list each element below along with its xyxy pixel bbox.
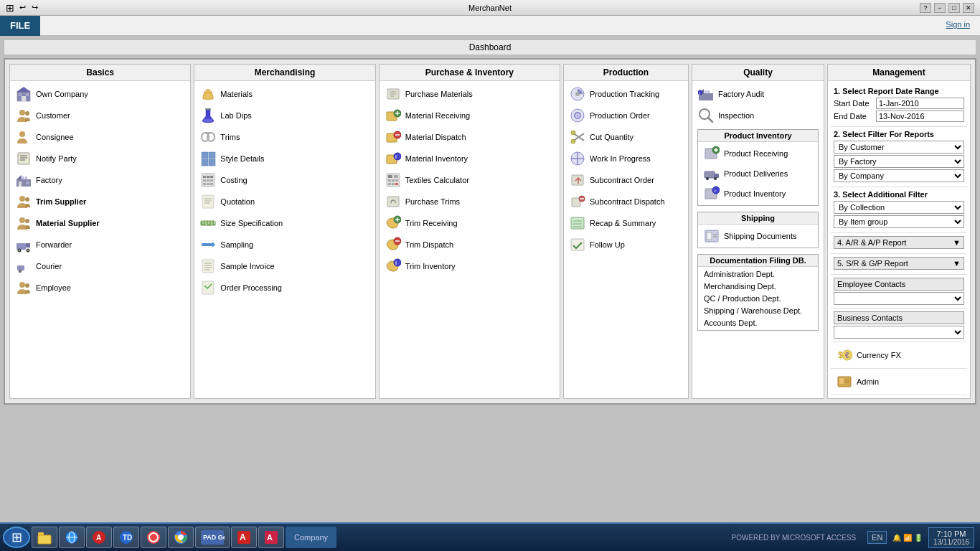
merch-quotation[interactable]: Quotation bbox=[197, 192, 372, 212]
start-date-label: Start Date bbox=[834, 99, 873, 108]
purch-mat-recv[interactable]: Material Receiving bbox=[382, 105, 557, 126]
filing-shipping[interactable]: Shipping / Warehouse Dept. bbox=[701, 305, 815, 316]
basics-courier[interactable]: Courier bbox=[13, 256, 187, 276]
filing-accounts[interactable]: Accounts Dept. bbox=[701, 317, 815, 329]
filing-merch[interactable]: Merchandising Dept. bbox=[701, 281, 815, 292]
taskbar-acrobat[interactable]: A bbox=[231, 527, 257, 548]
svg-text:i: i bbox=[395, 154, 397, 159]
purch-textiles-calc[interactable]: Textiles Calculator bbox=[382, 170, 557, 190]
prod-sub-dispatch[interactable]: Subcontract Dispatch bbox=[567, 192, 685, 212]
add-filter-collection-select[interactable]: By Collection bbox=[834, 201, 964, 214]
biz-contacts-select[interactable] bbox=[834, 326, 964, 339]
svg-rect-93 bbox=[395, 183, 398, 185]
svg-point-32 bbox=[25, 283, 29, 288]
purch-trim-recv[interactable]: Trim Receiving bbox=[382, 213, 557, 233]
basics-material-supplier-label: Material Supplier bbox=[36, 219, 100, 227]
basics-employee[interactable]: Employee bbox=[13, 278, 187, 298]
qual-factory-audit[interactable]: i Factory Audit bbox=[695, 84, 821, 104]
taskbar-access[interactable]: A bbox=[258, 527, 284, 548]
prod-followup[interactable]: Follow Up bbox=[567, 235, 685, 255]
taskbar-chrome[interactable] bbox=[168, 527, 194, 548]
prod-recap[interactable]: Recap & Summary bbox=[567, 213, 685, 233]
sr-gp-btn[interactable]: 5. S/R & G/P Report ▼ bbox=[834, 257, 964, 270]
admin-item[interactable]: Admin bbox=[834, 372, 964, 392]
taskbar-file-explorer[interactable] bbox=[32, 527, 57, 548]
emp-contacts-btn[interactable]: Employee Contacts bbox=[834, 278, 964, 291]
biz-contacts-btn[interactable]: Business Contacts bbox=[834, 311, 964, 324]
basics-factory[interactable]: Factory bbox=[13, 170, 187, 190]
svg-line-131 bbox=[708, 118, 712, 122]
svg-rect-8 bbox=[18, 153, 29, 164]
minimize-btn[interactable]: − bbox=[934, 3, 946, 13]
qual-prod-inv[interactable]: i Product Inventory bbox=[701, 184, 815, 204]
purch-materials[interactable]: Purchase Materials bbox=[382, 84, 557, 104]
currency-fx-item[interactable]: $ € Currency FX bbox=[834, 345, 964, 365]
basics-material-supplier[interactable]: Material Supplier bbox=[13, 213, 187, 233]
basics-forwarder[interactable]: Forwarder bbox=[13, 235, 187, 255]
qual-prod-recv[interactable]: Product Receiving bbox=[701, 143, 815, 164]
basics-trim-supplier[interactable]: Trim Supplier bbox=[13, 192, 187, 212]
qual-inspection[interactable]: Inspection bbox=[695, 105, 821, 126]
filter1-row: By Customer bbox=[834, 141, 964, 154]
purch-trim-inv[interactable]: i Trim Inventory bbox=[382, 256, 557, 276]
trim-inv-icon: i bbox=[385, 258, 401, 274]
qual-prod-del[interactable]: Product Deliveries bbox=[701, 164, 815, 184]
trim-supplier-icon bbox=[16, 194, 32, 209]
filter-customer-select[interactable]: By Customer bbox=[834, 141, 964, 154]
signin-link[interactable]: Sign in bbox=[946, 20, 970, 29]
purch-trims[interactable]: Purchase Trims bbox=[382, 192, 557, 212]
merch-size[interactable]: Size Specification bbox=[197, 213, 372, 233]
style-icon bbox=[200, 151, 216, 166]
merch-labdips[interactable]: Lab Dips bbox=[197, 105, 372, 126]
purch-mat-inv[interactable]: i Material Inventory bbox=[382, 149, 557, 169]
prod-cut[interactable]: Cut Quantity bbox=[567, 127, 685, 147]
ar-ap-btn[interactable]: 4. A/R & A/P Report ▼ bbox=[834, 236, 964, 249]
filter-factory-select[interactable]: By Factory bbox=[834, 155, 964, 168]
purch-mat-disp[interactable]: Material Dispatch bbox=[382, 127, 557, 147]
merch-style[interactable]: Style Details bbox=[197, 149, 372, 169]
taskbar-padgen[interactable]: PAD Gen bbox=[195, 527, 230, 548]
start-button[interactable]: ⊞ bbox=[3, 527, 30, 548]
svg-rect-47 bbox=[203, 179, 206, 182]
merch-trims[interactable]: Trims bbox=[197, 127, 372, 147]
prod-wip[interactable]: Work In Progress bbox=[567, 149, 685, 169]
merch-sample-invoice[interactable]: Sample Invoice bbox=[197, 256, 372, 276]
merch-sampling[interactable]: Sampling bbox=[197, 235, 372, 255]
svg-point-30 bbox=[19, 270, 21, 272]
merch-costing[interactable]: Costing bbox=[197, 170, 372, 190]
taskbar-app5[interactable] bbox=[141, 527, 166, 548]
prod-order[interactable]: Production Order bbox=[567, 105, 685, 126]
basics-customer[interactable]: Customer bbox=[13, 105, 187, 126]
taskbar-ie[interactable] bbox=[59, 527, 85, 548]
merch-materials[interactable]: Materials bbox=[197, 84, 372, 104]
help-icon[interactable]: ? bbox=[920, 3, 931, 13]
purch-trim-disp[interactable]: Trim Dispatch bbox=[382, 235, 557, 255]
end-date-label: End Date bbox=[834, 112, 873, 121]
taskbar-app3[interactable]: A bbox=[86, 527, 112, 548]
filing-admin[interactable]: Administration Dept. bbox=[701, 268, 815, 280]
emp-contacts-select[interactable] bbox=[834, 292, 964, 305]
undo-icon[interactable]: ↩ bbox=[17, 3, 28, 12]
prod-sub-order[interactable]: Subcontract Order bbox=[567, 170, 685, 190]
basics-own-company-label: Own Company bbox=[36, 90, 88, 98]
purchase-header: Purchase & Inventory bbox=[380, 65, 560, 81]
redo-icon[interactable]: ↪ bbox=[29, 3, 40, 12]
add-filter-itemgroup-select[interactable]: By Item group bbox=[834, 215, 964, 228]
qual-ship-docs[interactable]: Shipping Documents bbox=[701, 226, 815, 246]
close-btn[interactable]: ✕ bbox=[963, 3, 974, 13]
filter-company-select[interactable]: By Company bbox=[834, 169, 964, 182]
sub-order-icon bbox=[570, 172, 585, 188]
merch-order[interactable]: Order Processing bbox=[197, 278, 372, 298]
shipping-subsection: Shipping Shipping Documents bbox=[697, 212, 819, 248]
file-tab[interactable]: FILE bbox=[0, 16, 40, 36]
material-supplier-icon bbox=[16, 215, 32, 231]
basics-consignee[interactable]: Consignee bbox=[13, 127, 187, 147]
prod-tracking[interactable]: Production Tracking bbox=[567, 84, 685, 104]
taskbar-app4[interactable]: TD bbox=[113, 527, 139, 548]
sub-disp-icon bbox=[570, 194, 585, 209]
basics-own-company[interactable]: Own Company bbox=[13, 84, 187, 104]
restore-btn[interactable]: □ bbox=[948, 3, 960, 13]
filing-qc[interactable]: QC / Production Dept. bbox=[701, 293, 815, 304]
factory-audit-icon: i bbox=[698, 86, 714, 102]
basics-notify-party[interactable]: Notify Party bbox=[13, 149, 187, 169]
